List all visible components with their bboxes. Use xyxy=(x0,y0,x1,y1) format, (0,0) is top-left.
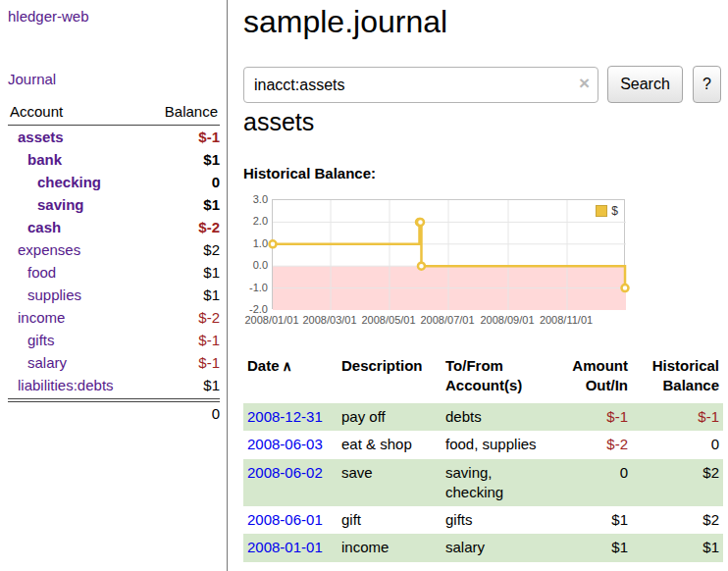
data-point-marker xyxy=(417,219,424,226)
account-link[interactable]: expenses xyxy=(8,238,80,261)
x-tick-label: 2008/05/01 xyxy=(361,314,415,326)
search-input[interactable] xyxy=(243,67,598,103)
account-link[interactable]: bank xyxy=(8,148,62,171)
x-tick-label: 2008/01/01 xyxy=(244,314,298,326)
accounts-rows: assets$-1bank$1checking0saving$1cash$-2e… xyxy=(8,126,220,396)
data-point-marker xyxy=(622,285,629,291)
account-row: cash$-2 xyxy=(8,216,220,238)
register-row: 2008-06-03eat & shopfood, supplies$-20 xyxy=(243,431,723,458)
accounts-header-balance: Balance xyxy=(165,103,218,120)
register-balance: $-1 xyxy=(632,403,723,431)
register-row: 2008-12-31pay offdebts$-1$-1 xyxy=(243,403,723,431)
account-heading: assets xyxy=(243,108,314,136)
account-balance: $1 xyxy=(203,261,220,284)
account-row: bank$1 xyxy=(8,148,220,171)
account-row: expenses$2 xyxy=(8,238,220,261)
sidebar-item-journal[interactable]: Journal xyxy=(8,71,56,87)
register-description: income xyxy=(338,534,442,561)
account-row: income$-2 xyxy=(8,306,220,329)
account-link[interactable]: food xyxy=(8,261,56,284)
account-link[interactable]: gifts xyxy=(8,329,55,351)
sort-asc-icon: ∧ xyxy=(283,358,292,374)
account-balance: $-2 xyxy=(198,306,220,329)
y-tick-label: 2.0 xyxy=(243,214,268,228)
account-link[interactable]: salary xyxy=(8,351,67,374)
register-accounts: salary xyxy=(442,534,551,561)
search-button[interactable]: Search xyxy=(607,66,683,103)
register-accounts: saving, checking xyxy=(442,459,551,507)
register-date-link[interactable]: 2008-06-03 xyxy=(247,436,323,452)
help-button[interactable]: ? xyxy=(693,66,721,103)
account-link[interactable]: liabilities:debts xyxy=(8,374,114,396)
account-row: salary$-1 xyxy=(8,351,220,374)
account-balance: $-1 xyxy=(198,329,220,351)
register-amount: $-1 xyxy=(551,403,632,431)
account-balance: $1 xyxy=(203,193,220,216)
app-title-link[interactable]: hledger-web xyxy=(8,8,89,25)
account-balance: $1 xyxy=(203,284,220,306)
register-accounts: food, supplies xyxy=(442,431,551,458)
account-balance: $1 xyxy=(203,148,220,171)
account-balance: $1 xyxy=(203,374,220,396)
register-balance: $2 xyxy=(632,506,723,534)
account-row: checking0 xyxy=(8,171,220,193)
register-date-link[interactable]: 2008-01-01 xyxy=(247,539,323,555)
balance-chart: 3.02.01.00.0-1.0-2.0 $ 2008/01/012008/03… xyxy=(243,194,665,334)
register-balance: $1 xyxy=(632,534,723,561)
account-row: food$1 xyxy=(8,261,220,284)
legend-swatch-icon xyxy=(596,205,607,217)
chart-x-axis: 2008/01/012008/03/012008/05/012008/07/01… xyxy=(243,314,665,330)
chart-svg xyxy=(273,200,626,310)
account-link[interactable]: income xyxy=(8,306,65,329)
sidebar: hledger-web Journal Account Balance asse… xyxy=(0,0,228,571)
data-point-marker xyxy=(418,263,425,270)
x-tick-label: 2008/09/01 xyxy=(480,314,534,326)
register-row: 2008-06-02savesaving, checking0$2 xyxy=(243,459,723,507)
chart-title: Historical Balance: xyxy=(243,165,376,182)
account-row: assets$-1 xyxy=(8,126,220,148)
x-tick-label: 2008/03/01 xyxy=(302,314,356,326)
clear-search-icon[interactable]: × xyxy=(579,73,590,94)
register-header-row: Date∧ Description To/From Account(s) Amo… xyxy=(243,353,723,403)
account-row: saving$1 xyxy=(8,193,220,216)
register-description: pay off xyxy=(338,403,442,431)
register-accounts: debts xyxy=(442,403,551,431)
column-header-balance: Historical Balance xyxy=(632,353,723,403)
x-tick-label: 2008/07/01 xyxy=(420,314,474,326)
register-row: 2008-01-01incomesalary$1$1 xyxy=(243,534,723,561)
register-date-link[interactable]: 2008-06-02 xyxy=(247,464,323,481)
y-tick-label: 1.0 xyxy=(243,236,268,250)
register-description: eat & shop xyxy=(338,431,442,458)
accounts-table: Account Balance assets$-1bank$1checking0… xyxy=(8,101,220,422)
y-tick-label: 0.0 xyxy=(243,258,268,272)
legend-label: $ xyxy=(611,204,618,218)
column-header-amount: Amount Out/In xyxy=(551,353,632,403)
account-link[interactable]: supplies xyxy=(8,284,81,306)
register-amount: $-2 xyxy=(551,431,632,458)
accounts-total: 0 xyxy=(8,398,220,422)
account-link[interactable]: cash xyxy=(8,216,61,238)
column-header-accounts: To/From Account(s) xyxy=(442,353,551,403)
y-tick-label: -1.0 xyxy=(243,281,268,294)
chart-y-axis: 3.02.01.00.0-1.0-2.0 xyxy=(243,194,268,322)
search-form: × xyxy=(243,67,598,103)
account-balance: 0 xyxy=(212,171,220,193)
column-header-date-label: Date xyxy=(247,357,280,374)
register-date-link[interactable]: 2008-12-31 xyxy=(247,408,323,425)
account-link[interactable]: saving xyxy=(8,193,84,216)
account-row: liabilities:debts$1 xyxy=(8,374,220,396)
register-balance: 0 xyxy=(632,431,723,458)
register-row: 2008-06-01giftgifts$1$2 xyxy=(243,506,723,534)
x-tick-label: 2008/11/01 xyxy=(540,314,593,326)
register-amount: $1 xyxy=(551,506,632,534)
account-row: gifts$-1 xyxy=(8,329,220,351)
accounts-header-account: Account xyxy=(10,103,63,120)
register-date-link[interactable]: 2008-06-01 xyxy=(247,511,323,528)
account-balance: $-2 xyxy=(198,216,220,238)
chart-plot-area: $ xyxy=(272,199,625,309)
register-amount: 0 xyxy=(551,459,632,507)
chart-legend: $ xyxy=(593,203,621,219)
account-link[interactable]: assets xyxy=(8,126,64,148)
column-header-date[interactable]: Date∧ xyxy=(243,353,338,403)
account-link[interactable]: checking xyxy=(8,171,101,193)
